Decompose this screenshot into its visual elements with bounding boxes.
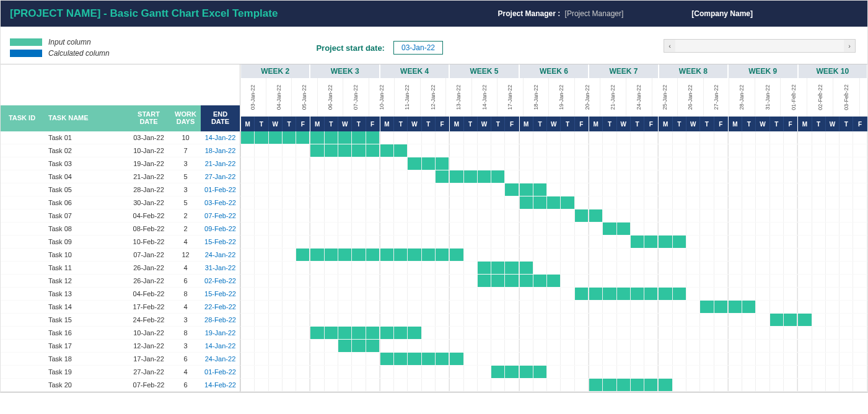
task-work-cell[interactable]: 8 [170,290,201,297]
scroll-left-button[interactable]: ‹ [664,40,675,52]
gantt-empty-cell [422,301,436,313]
gantt-empty-cell [296,314,310,326]
task-name-cell[interactable]: Task 09 [43,238,127,245]
task-row[interactable]: Task 1226-Jan-22602-Feb-22 [1,275,240,288]
task-row[interactable]: Task 0103-Jan-221014-Jan-22 [1,131,240,144]
task-work-cell[interactable]: 3 [170,186,201,193]
gantt-empty-cell [408,131,421,144]
task-row[interactable]: Task 0528-Jan-22301-Feb-22 [1,183,240,196]
task-start-cell[interactable]: 26-Jan-22 [127,264,170,271]
task-work-cell[interactable]: 6 [170,277,201,284]
task-start-cell[interactable]: 10-Jan-22 [127,147,170,154]
task-name-cell[interactable]: Task 14 [43,303,127,310]
task-name-cell[interactable]: Task 03 [43,160,127,167]
task-start-cell[interactable]: 10-Jan-22 [127,329,170,337]
task-name-cell[interactable]: Task 12 [43,277,127,284]
task-row[interactable]: Task 1927-Jan-22401-Feb-22 [1,366,240,379]
task-work-cell[interactable]: 4 [170,303,201,310]
task-row[interactable]: Task 0910-Feb-22415-Feb-22 [1,236,240,249]
task-work-cell[interactable]: 3 [170,160,201,167]
task-row[interactable]: Task 1524-Feb-22328-Feb-22 [1,314,240,327]
gantt-empty-cell [631,222,644,235]
task-start-cell[interactable]: 26-Jan-22 [127,277,170,284]
task-row[interactable]: Task 1304-Feb-22815-Feb-22 [1,288,240,301]
task-row[interactable]: Task 1610-Jan-22819-Jan-22 [1,327,240,340]
task-start-cell[interactable]: 17-Jan-22 [127,355,170,363]
task-name-cell[interactable]: Task 07 [43,212,127,219]
gantt-empty-cell [561,144,574,157]
task-work-cell[interactable]: 3 [170,342,201,350]
task-start-cell[interactable]: 03-Jan-22 [127,134,170,141]
task-name-cell[interactable]: Task 08 [43,225,127,232]
task-row[interactable]: Task 0704-Feb-22207-Feb-22 [1,209,240,222]
task-work-cell[interactable]: 5 [170,173,201,180]
task-name-cell[interactable]: Task 10 [43,251,127,258]
task-row[interactable]: Task 0319-Jan-22321-Jan-22 [1,157,240,170]
task-work-cell[interactable]: 4 [170,264,201,271]
task-row[interactable]: Task 1712-Jan-22314-Jan-22 [1,340,240,353]
task-start-cell[interactable]: 24-Feb-22 [127,316,170,324]
task-work-cell[interactable]: 12 [170,251,201,258]
task-start-cell[interactable]: 07-Jan-22 [127,251,170,258]
task-work-cell[interactable]: 2 [170,212,201,219]
task-row[interactable]: Task 0630-Jan-22503-Feb-22 [1,196,240,209]
task-row[interactable]: Task 0210-Jan-22718-Jan-22 [1,144,240,157]
task-name-cell[interactable]: Task 02 [43,147,127,154]
task-name-cell[interactable]: Task 20 [43,381,127,389]
task-work-cell[interactable]: 6 [170,381,201,389]
task-work-cell[interactable]: 8 [170,329,201,337]
gantt-empty-cell [812,222,826,235]
task-name-cell[interactable]: Task 18 [43,355,127,363]
task-start-cell[interactable]: 08-Feb-22 [127,225,170,232]
task-name-cell[interactable]: Task 01 [43,134,127,141]
task-name-cell[interactable]: Task 15 [43,316,127,324]
gantt-empty-cell [310,340,324,352]
task-start-cell[interactable]: 28-Jan-22 [127,186,170,193]
gantt-empty-cell [575,170,589,183]
task-start-cell[interactable]: 27-Jan-22 [127,368,170,376]
gantt-scroll[interactable]: ‹ › [664,39,856,53]
task-row[interactable]: Task 1417-Feb-22422-Feb-22 [1,301,240,314]
task-work-cell[interactable]: 4 [170,368,201,376]
task-work-cell[interactable]: 3 [170,316,201,324]
gantt-empty-cell [756,366,769,378]
task-work-cell[interactable]: 5 [170,199,201,206]
task-start-cell[interactable]: 04-Feb-22 [127,290,170,297]
task-name-cell[interactable]: Task 06 [43,199,127,206]
gantt-empty-cell [296,209,310,222]
task-row[interactable]: Task 1007-Jan-221224-Jan-22 [1,249,240,262]
task-work-cell[interactable]: 4 [170,238,201,245]
task-row[interactable]: Task 1126-Jan-22431-Jan-22 [1,262,240,275]
gantt-empty-cell [422,262,436,274]
pm-value[interactable]: [Project Manager] [565,9,624,18]
task-name-cell[interactable]: Task 05 [43,186,127,193]
task-work-cell[interactable]: 2 [170,225,201,232]
task-row[interactable]: Task 0808-Feb-22209-Feb-22 [1,222,240,236]
task-name-cell[interactable]: Task 19 [43,368,127,376]
scroll-right-button[interactable]: › [844,40,855,52]
task-start-cell[interactable]: 21-Jan-22 [127,173,170,180]
task-start-cell[interactable]: 17-Feb-22 [127,303,170,310]
task-name-cell[interactable]: Task 16 [43,329,127,337]
task-name-cell[interactable]: Task 04 [43,173,127,180]
task-start-cell[interactable]: 07-Feb-22 [127,381,170,389]
gantt-empty-cell [449,183,463,196]
gantt-bar-cell [603,222,616,235]
task-start-cell[interactable]: 04-Feb-22 [127,212,170,219]
task-start-cell[interactable]: 12-Jan-22 [127,342,170,350]
task-name-cell[interactable]: Task 13 [43,290,127,297]
task-work-cell[interactable]: 6 [170,355,201,363]
task-row[interactable]: Task 1817-Jan-22624-Jan-22 [1,353,240,366]
task-row[interactable]: Task 2007-Feb-22614-Feb-22 [1,379,240,392]
task-row[interactable]: Task 0421-Jan-22527-Jan-22 [1,170,240,183]
task-work-cell[interactable]: 7 [170,147,201,154]
company-name[interactable]: [Company Name] [691,9,753,18]
gantt-empty-cell [255,236,268,248]
task-start-cell[interactable]: 19-Jan-22 [127,160,170,167]
task-name-cell[interactable]: Task 11 [43,264,127,271]
task-name-cell[interactable]: Task 17 [43,342,127,350]
task-work-cell[interactable]: 10 [170,134,201,141]
start-date-value[interactable]: 03-Jan-22 [393,41,443,55]
task-start-cell[interactable]: 30-Jan-22 [127,199,170,206]
task-start-cell[interactable]: 10-Feb-22 [127,238,170,245]
